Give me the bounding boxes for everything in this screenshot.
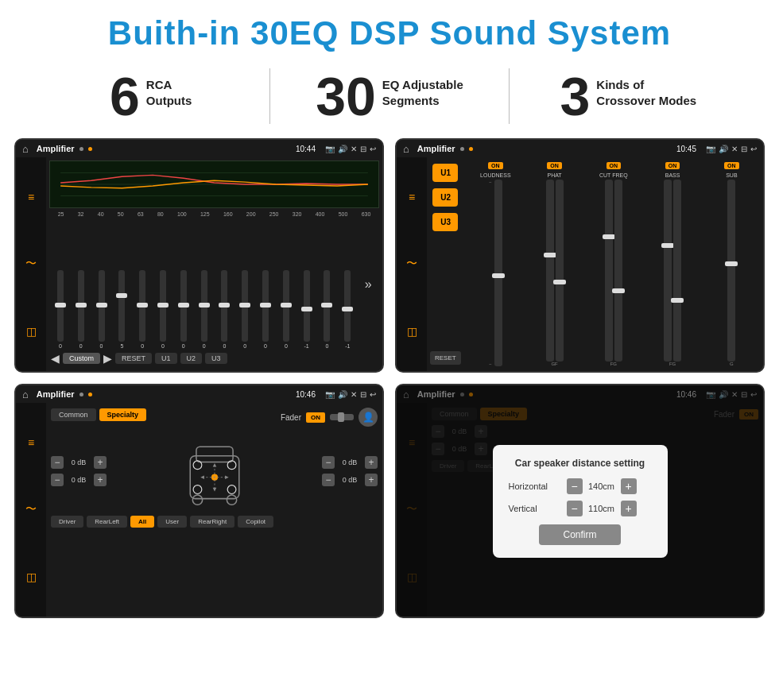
status-dot-3: [79, 393, 83, 396]
svg-marker-14: [212, 463, 216, 467]
amp-vol-icon[interactable]: ◫: [407, 325, 417, 338]
eq-slider-12: -1: [297, 270, 316, 349]
eq-freq-labels: 25 32 40 50 63 80 100 125 160 200 250 32…: [49, 211, 379, 217]
screens-grid: ⌂ Amplifier 10:44 📷 🔊 ✕ ⊟ ↩ ≡ 〜 ◫: [0, 138, 779, 618]
footer-rearright-btn[interactable]: RearRight: [190, 516, 234, 528]
eq-bottom-bar: ◀ Custom ▶ RESET U1 U2 U3: [49, 349, 379, 368]
home-icon-3[interactable]: ⌂: [22, 389, 29, 400]
status-dot-1: [79, 147, 83, 151]
speaker-controls: − 0 dB + − 0 dB +: [51, 431, 378, 511]
eq-slider-7: 0: [195, 270, 214, 349]
status-dot-orange-2: [469, 147, 473, 151]
svg-point-8: [227, 461, 236, 470]
eq-content: ≡ 〜 ◫ 2: [16, 157, 382, 371]
db-minus-rr[interactable]: −: [322, 474, 335, 486]
eq-slider-13: 0: [318, 270, 337, 349]
db-plus-fr[interactable]: +: [365, 456, 378, 469]
db-plus-fl[interactable]: +: [94, 456, 107, 469]
eq-vol-icon[interactable]: ◫: [26, 325, 37, 338]
status-icons-1: 📷 🔊 ✕ ⊟ ↩: [325, 145, 376, 153]
db-minus-fr[interactable]: −: [322, 456, 335, 469]
vertical-plus-btn[interactable]: +: [621, 501, 637, 516]
amp-tune-icon[interactable]: ≡: [409, 191, 415, 203]
eq-slider-0: 0: [51, 270, 70, 349]
footer-copilot-btn[interactable]: Copilot: [238, 516, 273, 528]
stats-row: 6 RCA Outputs 30 EQ Adjustable Segments …: [0, 60, 779, 138]
u2-button[interactable]: U2: [432, 188, 458, 207]
horizontal-control: − 140cm +: [567, 478, 637, 494]
profile-icon[interactable]: 👤: [358, 408, 378, 427]
amp-channels: ON LOUDNESS ~~: [464, 157, 763, 371]
eq-tune-icon[interactable]: ≡: [28, 191, 34, 203]
reset-btn[interactable]: RESET: [430, 351, 461, 365]
right-speakers: − 0 dB + − 0 dB +: [322, 456, 378, 486]
confirm-button[interactable]: Confirm: [539, 524, 620, 545]
home-icon-2[interactable]: ⌂: [403, 143, 409, 155]
status-icons-3: 📷 🔊 ✕ ⊟ ↩: [325, 390, 376, 399]
eq-slider-2: 0: [92, 270, 111, 349]
fader-tune-icon[interactable]: ≡: [28, 436, 34, 449]
eq-reset-btn[interactable]: RESET: [115, 353, 152, 364]
horizontal-label: Horizontal: [509, 481, 560, 491]
fader-sidebar: ≡ 〜 ◫: [16, 403, 46, 617]
db-minus-fl[interactable]: −: [51, 456, 64, 469]
horizontal-plus-btn[interactable]: +: [621, 478, 637, 494]
footer-user-btn[interactable]: User: [157, 516, 187, 528]
vertical-control: − 110cm +: [567, 501, 637, 516]
eq-slider-3: 5: [112, 270, 131, 349]
screen-eq: ⌂ Amplifier 10:44 📷 🔊 ✕ ⊟ ↩ ≡ 〜 ◫: [14, 138, 384, 373]
svg-point-6: [227, 495, 236, 505]
eq-slider-14: -1: [338, 270, 357, 349]
stat-rca: 6 RCA Outputs: [48, 69, 254, 123]
screen-dialog: ⌂ Amplifier 10:46 📷 🔊 ✕ ⊟ ↩ ≡ 〜 ◫ Commo: [395, 384, 765, 618]
fader-footer: Driver RearLeft All User RearRight Copil…: [51, 516, 378, 528]
fader-wave-icon[interactable]: 〜: [25, 502, 37, 516]
eq-slider-1: 0: [72, 270, 91, 349]
vertical-value: 110cm: [586, 504, 618, 513]
u1-button[interactable]: U1: [432, 164, 458, 182]
u3-button[interactable]: U3: [432, 213, 458, 231]
channel-loudness: ON LOUDNESS ~~: [467, 162, 524, 366]
eq-prev-btn[interactable]: ◀: [51, 352, 60, 365]
eq-u3-btn[interactable]: U3: [205, 353, 227, 364]
tab-common[interactable]: Common: [51, 408, 96, 421]
app-name-1: Amplifier: [37, 144, 75, 153]
app-name-3: Amplifier: [37, 389, 75, 399]
svg-marker-15: [212, 488, 216, 492]
footer-driver-btn[interactable]: Driver: [51, 516, 83, 528]
db-plus-rr[interactable]: +: [365, 474, 378, 486]
dialog-title: Car speaker distance setting: [509, 458, 652, 469]
horizontal-minus-btn[interactable]: −: [567, 478, 583, 494]
stat-number-eq: 30: [316, 69, 376, 123]
screen-amp: ⌂ Amplifier 10:45 📷 🔊 ✕ ⊟ ↩ ≡ 〜 ◫ U1: [395, 138, 765, 373]
eq-u1-btn[interactable]: U1: [155, 353, 177, 364]
eq-slider-more[interactable]: »: [358, 277, 378, 292]
footer-rearleft-btn[interactable]: RearLeft: [87, 516, 127, 528]
eq-slider-5: 0: [153, 270, 172, 349]
stat-divider-1: [269, 68, 270, 124]
page-title: Buith-in 30EQ DSP Sound System: [8, 14, 771, 52]
stat-number-crossover: 3: [560, 69, 590, 123]
eq-wave-icon[interactable]: 〜: [25, 257, 37, 271]
vertical-minus-btn[interactable]: −: [567, 501, 583, 516]
eq-play-btn[interactable]: ▶: [103, 352, 112, 365]
home-icon-1[interactable]: ⌂: [22, 143, 29, 155]
db-control-fl: − 0 dB +: [51, 456, 107, 469]
eq-custom-btn[interactable]: Custom: [63, 353, 100, 364]
eq-slider-11: 0: [277, 270, 296, 349]
tab-specialty[interactable]: Specialty: [99, 408, 147, 421]
svg-marker-16: [200, 475, 204, 479]
amp-wave-icon[interactable]: 〜: [406, 257, 417, 271]
horizontal-value: 140cm: [586, 481, 618, 491]
db-plus-rl[interactable]: +: [94, 474, 107, 486]
fader-vol-icon[interactable]: ◫: [26, 570, 37, 583]
eq-u2-btn[interactable]: U2: [180, 353, 203, 364]
channel-phat: ON PHAT GF: [526, 162, 583, 366]
svg-point-10: [227, 485, 236, 494]
status-icons-2: 📷 🔊 ✕ ⊟ ↩: [706, 145, 757, 153]
footer-all-btn[interactable]: All: [130, 516, 154, 528]
fader-slider-h[interactable]: [330, 414, 354, 420]
car-diagram: [113, 431, 316, 511]
time-2: 10:45: [676, 145, 696, 153]
db-minus-rl[interactable]: −: [51, 474, 64, 486]
